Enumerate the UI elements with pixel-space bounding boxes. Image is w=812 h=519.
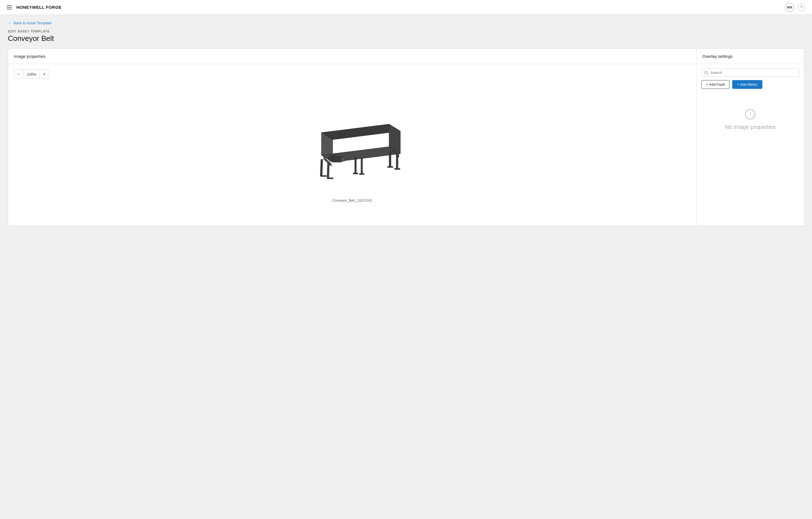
brand-name: HONEYWELL FORGE (16, 5, 62, 9)
svg-rect-16 (321, 175, 326, 176)
svg-rect-18 (387, 166, 393, 168)
conveyor-belt-svg (293, 110, 412, 183)
svg-rect-11 (361, 159, 362, 174)
conveyor-image (293, 102, 412, 192)
svg-rect-9 (396, 155, 398, 169)
overlay-settings-header: Overlay settings (697, 49, 804, 64)
svg-rect-7 (327, 163, 329, 179)
svg-rect-14 (333, 157, 342, 162)
zoom-increase-button[interactable]: + (40, 70, 49, 78)
svg-marker-0 (321, 124, 400, 140)
svg-rect-15 (341, 157, 345, 161)
add-metric-button[interactable]: + Add Metric (732, 80, 762, 89)
zoom-controls: − 100% + (14, 70, 49, 79)
svg-rect-21 (359, 173, 364, 174)
search-input[interactable] (710, 71, 796, 75)
svg-rect-6 (320, 159, 323, 176)
page-content: ← Back to Asset Template EDIT ASSET TEMP… (0, 15, 812, 234)
search-box (701, 69, 799, 77)
svg-rect-8 (389, 152, 391, 167)
page-label: EDIT ASSET TEMPLATE (8, 30, 804, 33)
image-filename: Conveyor_Belt_1103.SVG (332, 198, 372, 202)
svg-rect-20 (353, 173, 358, 174)
back-link[interactable]: ← Back to Asset Template (8, 21, 52, 25)
add-fault-button[interactable]: + Add Fault (701, 80, 729, 89)
left-panel: Image properties − 100% + (8, 49, 697, 225)
avatar[interactable]: MM (785, 3, 794, 12)
right-panel: Overlay settings + Add Fault + Add Metri… (697, 49, 804, 225)
zoom-decrease-button[interactable]: − (14, 70, 23, 78)
svg-rect-10 (355, 157, 356, 174)
left-panel-body: − 100% + (8, 64, 696, 225)
empty-state: ! No image properties (701, 92, 799, 147)
hamburger-menu-icon[interactable] (7, 5, 12, 9)
main-card: Image properties − 100% + (8, 49, 804, 226)
back-arrow-icon: ← (8, 21, 12, 25)
overlay-body: + Add Fault + Add Metric ! No image prop… (697, 64, 804, 152)
page-title: Conveyor Belt (8, 34, 804, 43)
action-buttons: + Add Fault + Add Metric (701, 80, 799, 89)
header-right: MM ? (785, 3, 805, 12)
svg-line-23 (707, 73, 708, 75)
empty-state-text: No image properties (725, 124, 776, 130)
app-header: HONEYWELL FORGE MM ? (0, 0, 812, 15)
search-icon (704, 71, 708, 75)
back-link-label: Back to Asset Template (13, 21, 52, 25)
image-properties-header: Image properties (8, 49, 696, 64)
svg-rect-19 (395, 168, 400, 169)
zoom-value: 100% (23, 70, 40, 78)
help-icon[interactable]: ? (798, 3, 805, 11)
svg-rect-17 (328, 178, 333, 179)
empty-state-icon: ! (745, 109, 755, 119)
header-left: HONEYWELL FORGE (7, 5, 62, 9)
image-area: Conveyor_Belt_1103.SVG (14, 84, 691, 220)
